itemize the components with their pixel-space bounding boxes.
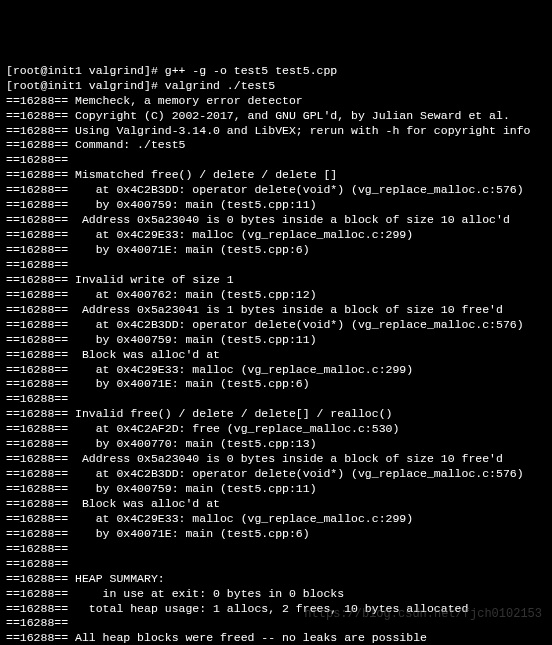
terminal-line: ==16288== Copyright (C) 2002-2017, and G… [6,109,546,124]
terminal-line: ==16288== Block was alloc'd at [6,348,546,363]
terminal-line: ==16288== Address 0x5a23040 is 0 bytes i… [6,452,546,467]
terminal-line: ==16288== HEAP SUMMARY: [6,572,546,587]
terminal-line: ==16288== by 0x40071E: main (test5.cpp:6… [6,243,546,258]
terminal-line: ==16288== by 0x40071E: main (test5.cpp:6… [6,527,546,542]
terminal-line: ==16288== [6,258,546,273]
terminal-output[interactable]: [root@init1 valgrind]# g++ -g -o test5 t… [6,64,546,645]
terminal-line: ==16288== at 0x4C2B3DD: operator delete(… [6,318,546,333]
watermark-text: https://blog.csdn.net/fjch0102153 [304,607,542,623]
terminal-line: ==16288== at 0x4C2B3DD: operator delete(… [6,183,546,198]
terminal-line: ==16288== Invalid free() / delete / dele… [6,407,546,422]
terminal-line: ==16288== at 0x4C29E33: malloc (vg_repla… [6,228,546,243]
terminal-line: ==16288== at 0x4C2B3DD: operator delete(… [6,467,546,482]
terminal-line: ==16288== Command: ./test5 [6,138,546,153]
terminal-line: ==16288== Address 0x5a23040 is 0 bytes i… [6,213,546,228]
terminal-line: ==16288== at 0x400762: main (test5.cpp:1… [6,288,546,303]
terminal-line: ==16288== by 0x400759: main (test5.cpp:1… [6,333,546,348]
terminal-line: ==16288== in use at exit: 0 bytes in 0 b… [6,587,546,602]
terminal-line: ==16288== All heap blocks were freed -- … [6,631,546,645]
terminal-line: [root@init1 valgrind]# g++ -g -o test5 t… [6,64,546,79]
terminal-line: ==16288== Using Valgrind-3.14.0 and LibV… [6,124,546,139]
terminal-line: ==16288== by 0x400759: main (test5.cpp:1… [6,482,546,497]
terminal-line: ==16288== [6,557,546,572]
terminal-line: ==16288== Address 0x5a23041 is 1 bytes i… [6,303,546,318]
terminal-line: ==16288== [6,153,546,168]
terminal-line: ==16288== Mismatched free() / delete / d… [6,168,546,183]
terminal-line: ==16288== Invalid write of size 1 [6,273,546,288]
terminal-line: ==16288== Block was alloc'd at [6,497,546,512]
terminal-line: ==16288== at 0x4C29E33: malloc (vg_repla… [6,512,546,527]
terminal-line: ==16288== by 0x400759: main (test5.cpp:1… [6,198,546,213]
terminal-line: ==16288== [6,392,546,407]
terminal-line: ==16288== by 0x40071E: main (test5.cpp:6… [6,377,546,392]
terminal-line: ==16288== [6,542,546,557]
terminal-line: ==16288== by 0x400770: main (test5.cpp:1… [6,437,546,452]
terminal-line: ==16288== at 0x4C29E33: malloc (vg_repla… [6,363,546,378]
terminal-line: [root@init1 valgrind]# valgrind ./test5 [6,79,546,94]
terminal-line: ==16288== at 0x4C2AF2D: free (vg_replace… [6,422,546,437]
terminal-line: ==16288== Memcheck, a memory error detec… [6,94,546,109]
